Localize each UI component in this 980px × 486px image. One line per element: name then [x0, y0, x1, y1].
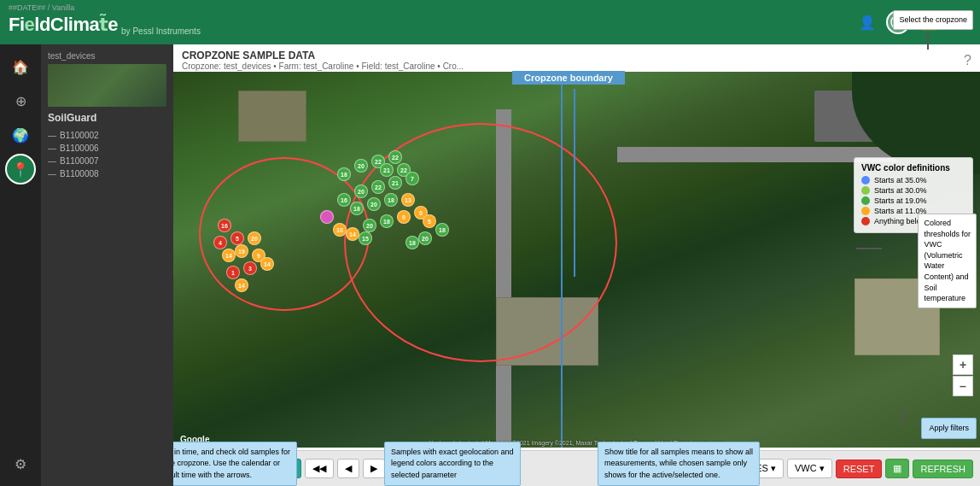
map-dot[interactable]: 22 — [388, 150, 402, 164]
map-dot[interactable]: 5 — [230, 231, 244, 245]
legend-item: Starts at 19.0% — [861, 196, 965, 205]
user-icon[interactable]: 👤 — [855, 10, 879, 34]
app-header: ##DATE## / Vanilla FieldClimat̃e by Pess… — [0, 0, 980, 44]
map-dot[interactable]: 15 — [359, 231, 372, 245]
map-dot[interactable]: 18 — [435, 223, 449, 237]
sidebar-item-layers[interactable]: ⊕ — [5, 85, 36, 116]
map-dot[interactable]: 18 — [380, 214, 394, 228]
map-dot[interactable]: 5 — [423, 214, 436, 228]
zoom-in-btn[interactable]: + — [953, 354, 973, 375]
map-dot[interactable]: 14 — [260, 257, 274, 271]
callout-vwc-thresholds: Coloredthresholds forVWC(VolumetricWater… — [918, 214, 977, 308]
map-dot[interactable]: 18 — [405, 236, 419, 249]
callout-select-cropzone: Select the cropzone — [893, 10, 973, 30]
app-logo: FieldClimat̃e — [9, 14, 118, 36]
sidebar-item-home[interactable]: 🏠 — [5, 51, 36, 82]
zoom-controls: + – — [953, 354, 973, 396]
sidebar-item-pin[interactable]: 📍 — [5, 154, 36, 184]
map-dot[interactable] — [320, 210, 334, 224]
map-dot[interactable]: 14 — [222, 249, 236, 262]
vwc-legend-title: VWC color definitions — [861, 163, 965, 173]
map-dot[interactable]: 10 — [333, 223, 347, 237]
map-dot[interactable]: 18 — [384, 193, 398, 207]
btn-prev[interactable]: ◀ — [337, 459, 359, 478]
map-dot[interactable]: 19 — [235, 244, 248, 258]
boundary-line — [574, 89, 575, 277]
callout-show-title: Show title for all samples means to show… — [598, 442, 760, 487]
left-panel: test_devices SoilGuard — B1100002— B1100… — [41, 44, 173, 486]
map-dot[interactable]: 20 — [363, 219, 376, 232]
vwc-dropdown[interactable]: VWC ▾ — [787, 459, 832, 478]
map-dot[interactable]: 20 — [354, 159, 368, 173]
apply-filters-line — [901, 409, 903, 426]
map-dot[interactable]: 18 — [350, 202, 364, 215]
map-dot[interactable]: 20 — [248, 231, 261, 245]
devices-list: — B1100002— B1100006— B1100007— B1100008 — [48, 129, 166, 180]
map-dot[interactable]: 21 — [388, 176, 402, 190]
main-breadcrumb: Cropzone: test_devices • Farm: test_Caro… — [182, 61, 464, 71]
device-item[interactable]: — B1100002 — [48, 129, 166, 142]
map-dot[interactable]: 0 — [397, 210, 411, 224]
soilguard-title: SoilGuard — [48, 112, 166, 124]
map-dot[interactable]: 20 — [354, 184, 368, 198]
btn-next[interactable]: ▶ — [363, 459, 385, 478]
map-dot[interactable]: 16 — [337, 193, 351, 207]
device-item[interactable]: — B1100006 — [48, 142, 166, 155]
sidebar: 🏠 ⊕ 🌍 📍 ⚙ — [0, 44, 41, 486]
device-label: test_devices — [48, 51, 166, 61]
app-subtitle: by Pessl Instruments — [121, 26, 201, 36]
device-item[interactable]: — B1100008 — [48, 167, 166, 180]
vwc-label: VWC ▾ — [795, 463, 825, 474]
callout-apply-filters: Apply filters — [921, 418, 977, 439]
map-dot[interactable]: 14 — [235, 278, 248, 292]
map-dot[interactable]: 1 — [226, 266, 240, 279]
callout-geolocation: Samples with exact geolocation andlegend… — [384, 442, 521, 487]
legend-item: Starts at 30.0% — [861, 186, 965, 195]
map-dot[interactable]: 14 — [346, 227, 359, 241]
grid-btn[interactable]: ▦ — [885, 459, 909, 478]
satellite-map: 1654141920914311418202222212272122201618… — [173, 72, 980, 448]
legend-item: Starts at 35.0% — [861, 176, 965, 184]
sidebar-item-globe[interactable]: 🌍 — [5, 120, 36, 150]
zoom-out-btn[interactable]: – — [953, 376, 973, 396]
map-dot[interactable]: 3 — [243, 261, 257, 275]
map-dot[interactable]: 21 — [380, 163, 394, 177]
btn-prev-first[interactable]: ◀◀ — [305, 459, 334, 478]
help-icon[interactable]: ? — [964, 53, 971, 68]
map-dot[interactable]: 20 — [367, 197, 381, 211]
callout-line-2 — [856, 248, 882, 249]
device-item[interactable]: — B1100007 — [48, 155, 166, 167]
map-dot[interactable]: 22 — [371, 180, 385, 194]
sidebar-item-settings[interactable]: ⚙ — [5, 448, 36, 479]
callout-line-1 — [927, 32, 929, 50]
map-dot[interactable]: 7 — [405, 172, 419, 185]
header-tag: ##DATE## / Vanilla — [9, 3, 74, 12]
map-dot[interactable]: 13 — [401, 193, 415, 207]
map-dot[interactable]: 16 — [218, 219, 231, 232]
reset-btn[interactable]: RESET — [836, 460, 883, 478]
map-dot[interactable]: 18 — [337, 167, 351, 181]
boundary-label: Cropzone boundary — [512, 71, 625, 85]
refresh-btn[interactable]: REFRESH — [913, 460, 973, 478]
map-dot[interactable]: 4 — [213, 236, 227, 249]
main-content: CROPZONE SAMPLE DATA Cropzone: test_devi… — [173, 44, 980, 486]
main-title: CROPZONE SAMPLE DATA — [182, 50, 464, 61]
map-dot[interactable]: 20 — [418, 231, 432, 245]
